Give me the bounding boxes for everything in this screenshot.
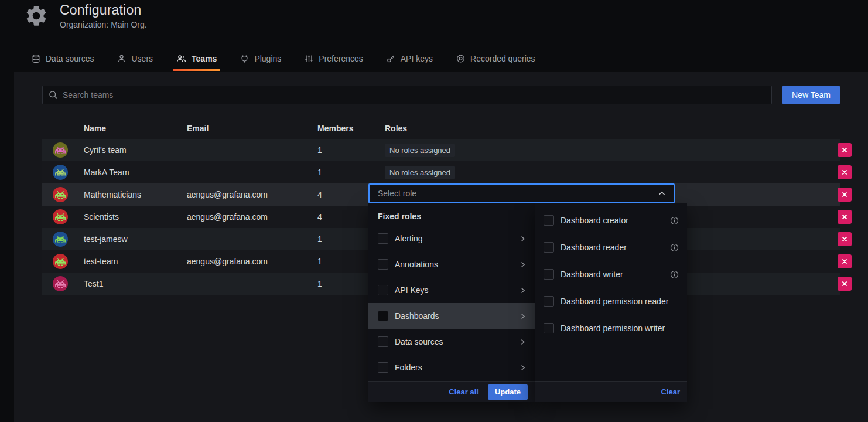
key-icon xyxy=(387,54,395,63)
tab-data-sources[interactable]: Data sources xyxy=(28,48,97,71)
search-box xyxy=(42,86,772,104)
role-option-dashboard-creator[interactable]: Dashboard creator xyxy=(535,207,687,234)
chevron-up-icon xyxy=(658,191,665,196)
team-name: test-jamesw xyxy=(84,234,187,244)
role-option-dashboard-permission-reader[interactable]: Dashboard permission reader xyxy=(535,288,687,315)
delete-team-button[interactable] xyxy=(838,232,852,246)
delete-team-button[interactable] xyxy=(838,210,852,224)
clear-button[interactable]: Clear xyxy=(661,387,680,396)
chevron-right-icon xyxy=(521,287,525,294)
team-name: test-team xyxy=(84,257,187,266)
role-group-dashboards[interactable]: Dashboards xyxy=(368,303,535,329)
table-row[interactable]: MarkA Team 1 No roles assigned xyxy=(42,161,840,183)
avatar xyxy=(53,187,68,202)
info-icon[interactable] xyxy=(670,243,679,252)
role-group-label: Data sources xyxy=(395,337,443,346)
role-group-alerting[interactable]: Alerting xyxy=(368,226,535,251)
avatar xyxy=(53,254,68,269)
checkbox[interactable] xyxy=(378,336,388,347)
teams-toolbar: New Team xyxy=(14,72,868,104)
fixed-roles-header: Fixed roles xyxy=(368,203,535,226)
close-icon xyxy=(842,169,848,175)
search-input[interactable] xyxy=(63,90,766,100)
tab-plugins[interactable]: Plugins xyxy=(237,48,285,71)
tab-teams[interactable]: Teams xyxy=(173,48,220,71)
team-name: Scientists xyxy=(84,212,187,222)
role-option-dashboard-permission-writer[interactable]: Dashboard permission writer xyxy=(535,315,687,342)
role-option-label: Dashboard reader xyxy=(561,243,627,252)
tab-api-keys[interactable]: API keys xyxy=(383,48,436,71)
checkbox[interactable] xyxy=(378,285,388,295)
role-group-annotations[interactable]: Annotations xyxy=(368,251,535,277)
checkbox[interactable] xyxy=(378,362,388,373)
update-button[interactable]: Update xyxy=(488,384,528,400)
close-icon xyxy=(842,214,848,220)
config-tabbar: Data sources Users Teams Plugins Prefere… xyxy=(28,48,555,71)
role-group-label: Alerting xyxy=(395,234,422,243)
checkbox[interactable] xyxy=(544,215,554,226)
team-members: 1 xyxy=(317,168,385,177)
page-title: Configuration xyxy=(60,2,147,18)
close-icon xyxy=(842,192,848,198)
team-email: aengus@grafana.com xyxy=(187,190,317,199)
chevron-right-icon xyxy=(521,313,525,319)
column-header-email: Email xyxy=(187,124,317,133)
role-option-dashboard-writer[interactable]: Dashboard writer xyxy=(535,261,687,288)
tab-label: Preferences xyxy=(319,54,363,63)
delete-team-button[interactable] xyxy=(838,188,852,202)
role-option-dashboard-reader[interactable]: Dashboard reader xyxy=(535,234,687,261)
role-picker-footer: Clear all Update xyxy=(368,381,535,402)
tab-preferences[interactable]: Preferences xyxy=(301,48,366,71)
role-group-data-sources[interactable]: Data sources xyxy=(368,329,535,355)
tab-recorded-queries[interactable]: Recorded queries xyxy=(453,48,539,71)
checkbox[interactable] xyxy=(378,311,388,321)
team-name: Cyril's team xyxy=(84,145,187,155)
info-icon[interactable] xyxy=(670,216,679,225)
team-members: 1 xyxy=(317,145,385,155)
database-icon xyxy=(32,54,40,63)
page-header: Configuration Organization: Main Org. xyxy=(23,2,147,29)
no-roles-badge: No roles assigned xyxy=(385,144,455,157)
role-group-label: Folders xyxy=(395,363,422,372)
role-option-label: Dashboard permission writer xyxy=(561,324,665,333)
checkbox[interactable] xyxy=(544,242,554,253)
role-picker-menu: Fixed roles Alerting Annotations API Key… xyxy=(368,203,535,402)
checkbox[interactable] xyxy=(378,233,388,244)
role-group-folders[interactable]: Folders xyxy=(368,355,535,380)
close-icon xyxy=(842,147,848,153)
chevron-right-icon xyxy=(521,339,525,345)
users-icon xyxy=(176,54,186,63)
checkbox[interactable] xyxy=(544,269,554,280)
table-row[interactable]: Cyril's team 1 No roles assigned xyxy=(42,139,840,161)
gear-icon xyxy=(23,3,49,29)
role-group-label: API Keys xyxy=(395,285,429,295)
avatar xyxy=(53,232,68,247)
user-icon xyxy=(117,54,126,63)
no-roles-badge: No roles assigned xyxy=(385,166,455,179)
delete-team-button[interactable] xyxy=(838,277,852,291)
delete-team-button[interactable] xyxy=(838,165,852,179)
avatar xyxy=(53,142,68,158)
tab-label: Plugins xyxy=(254,54,281,63)
record-icon xyxy=(456,54,465,63)
search-icon xyxy=(49,90,58,100)
checkbox[interactable] xyxy=(544,296,554,307)
tab-label: Data sources xyxy=(46,54,94,63)
role-group-api-keys[interactable]: API Keys xyxy=(368,277,535,303)
checkbox[interactable] xyxy=(378,259,388,270)
tab-users[interactable]: Users xyxy=(114,48,156,71)
checkbox[interactable] xyxy=(544,323,554,333)
delete-team-button[interactable] xyxy=(838,254,852,268)
avatar xyxy=(53,209,68,224)
new-team-button[interactable]: New Team xyxy=(782,86,840,104)
role-picker-input[interactable]: Select role xyxy=(368,183,675,203)
delete-team-button[interactable] xyxy=(838,143,852,157)
clear-all-button[interactable]: Clear all xyxy=(449,387,479,396)
role-picker-submenu: Dashboard creator Dashboard reader Dashb… xyxy=(535,203,687,402)
tab-label: API keys xyxy=(401,54,433,63)
team-name: MarkA Team xyxy=(84,168,187,177)
chevron-right-icon xyxy=(521,365,525,371)
team-name: Test1 xyxy=(84,279,187,288)
close-icon xyxy=(842,281,848,287)
info-icon[interactable] xyxy=(670,270,679,279)
